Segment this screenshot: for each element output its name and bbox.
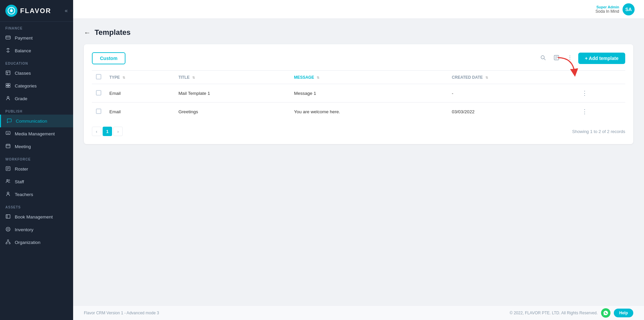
- sidebar-item-meeting[interactable]: Meeting: [0, 140, 73, 153]
- tab-actions: + Add template: [538, 53, 625, 64]
- svg-rect-28: [6, 243, 7, 244]
- row1-date: -: [448, 84, 576, 103]
- add-template-button[interactable]: + Add template: [578, 53, 625, 64]
- tab-bar: Custom + Add template: [92, 52, 625, 64]
- search-button[interactable]: [538, 53, 548, 64]
- sidebar-item-roster-label: Roster: [15, 167, 28, 172]
- row1-type: Email: [105, 84, 174, 103]
- categories-icon: [5, 83, 11, 89]
- sidebar-item-organization[interactable]: Organization: [0, 236, 73, 249]
- svg-rect-9: [6, 86, 8, 87]
- inventory-icon: [5, 227, 11, 233]
- page-header: ← Templates: [84, 28, 633, 37]
- sidebar-item-communication[interactable]: Communication: [0, 115, 73, 127]
- footer-copyright: © 2022, FLAVOR PTE. LTD. All Rights Rese…: [509, 311, 598, 315]
- svg-rect-7: [6, 83, 8, 85]
- header-checkbox[interactable]: [96, 74, 101, 79]
- tab-custom[interactable]: Custom: [92, 52, 125, 64]
- templates-table: TYPE ⇅ TITLE ⇅ MESSAGE ⇅ CREATED DATE: [92, 70, 625, 121]
- pagination-bar: ‹ 1 › Showing 1 to 2 of 2 records: [92, 127, 625, 136]
- svg-point-21: [7, 180, 8, 181]
- svg-point-11: [7, 97, 9, 98]
- page-title: Templates: [95, 28, 130, 37]
- table-row: Email Greetings You are welcome here. 03…: [92, 103, 625, 121]
- sidebar-item-staff[interactable]: Staff: [0, 175, 73, 188]
- sidebar-item-roster[interactable]: Roster: [0, 163, 73, 175]
- table-row: Email Mail Template 1 Message 1 - ⋮: [92, 84, 625, 103]
- app-logo-text: FLAVOR: [20, 7, 51, 15]
- user-role: Super Admin: [595, 5, 619, 9]
- svg-rect-10: [8, 86, 10, 87]
- sort-type-icon[interactable]: ⇅: [122, 76, 125, 79]
- sort-message-icon[interactable]: ⇅: [317, 76, 319, 79]
- sidebar-item-meeting-label: Meeting: [15, 144, 31, 149]
- row1-title: Mail Template 1: [174, 84, 290, 103]
- sidebar-item-media-label: Media Management: [15, 131, 55, 136]
- col-title: TITLE ⇅: [174, 71, 290, 84]
- svg-point-37: [570, 57, 570, 58]
- back-button[interactable]: ←: [84, 29, 91, 37]
- sidebar-item-classes[interactable]: Classes: [0, 67, 73, 79]
- sidebar-item-inventory[interactable]: Inventory: [0, 223, 73, 236]
- svg-rect-4: [6, 71, 10, 75]
- sidebar-item-grade-label: Grade: [15, 96, 28, 101]
- user-profile: Super Admin Soda In Mind SA: [595, 3, 635, 15]
- meeting-icon: [5, 143, 11, 149]
- sort-date-icon[interactable]: ⇅: [485, 76, 488, 79]
- sidebar-item-payment[interactable]: Payment: [0, 31, 73, 44]
- section-label-assets: ASSETS: [0, 201, 73, 210]
- row2-checkbox[interactable]: [96, 109, 101, 114]
- footer-version: Flavor CRM Version 1 - Advanced mode 3: [84, 311, 159, 315]
- sidebar: FLAVOR « FINANCE Payment Balance EDUCATI…: [0, 0, 73, 320]
- sidebar-collapse-btn[interactable]: «: [65, 8, 68, 14]
- row1-menu-button[interactable]: ⋮: [580, 89, 589, 98]
- org-icon: [5, 239, 11, 245]
- teachers-icon: [5, 191, 11, 197]
- sidebar-item-communication-label: Communication: [16, 119, 47, 124]
- sidebar-item-inventory-label: Inventory: [15, 227, 34, 232]
- row1-actions: ⋮: [576, 84, 625, 103]
- svg-rect-2: [6, 36, 10, 39]
- sidebar-item-payment-label: Payment: [15, 36, 33, 41]
- next-page-button[interactable]: ›: [113, 127, 123, 136]
- svg-rect-29: [9, 243, 10, 244]
- sidebar-item-balance-label: Balance: [15, 48, 31, 53]
- more-button[interactable]: [565, 53, 575, 64]
- sidebar-item-classes-label: Classes: [15, 71, 31, 76]
- svg-point-26: [7, 228, 9, 230]
- payment-icon: [5, 35, 11, 41]
- col-checkbox: [92, 71, 105, 84]
- row1-checkbox[interactable]: [96, 90, 101, 95]
- sort-title-icon[interactable]: ⇅: [192, 76, 195, 79]
- user-avatar[interactable]: SA: [623, 3, 635, 15]
- row2-actions: ⋮: [576, 103, 625, 121]
- tabs-left: Custom: [92, 52, 125, 64]
- whatsapp-icon[interactable]: [601, 308, 610, 318]
- sidebar-item-categories-label: Categories: [15, 83, 37, 88]
- section-label-finance: FINANCE: [0, 22, 73, 31]
- row2-checkbox-cell: [92, 103, 105, 121]
- sidebar-item-book-management[interactable]: Book Management: [0, 210, 73, 223]
- row2-menu-button[interactable]: ⋮: [580, 107, 589, 116]
- row2-message: You are welcome here.: [290, 103, 448, 121]
- balance-icon: [5, 48, 11, 54]
- sidebar-item-organization-label: Organization: [15, 240, 41, 245]
- page-1-button[interactable]: 1: [103, 127, 112, 136]
- section-label-publish: PUBLISH: [0, 105, 73, 115]
- grade-icon: [5, 95, 11, 102]
- sidebar-item-grade[interactable]: Grade: [0, 92, 73, 105]
- export-button[interactable]: [551, 53, 561, 64]
- help-button[interactable]: Help: [614, 309, 633, 317]
- sidebar-item-balance[interactable]: Balance: [0, 44, 73, 57]
- prev-page-button[interactable]: ‹: [92, 127, 101, 136]
- sidebar-item-categories[interactable]: Categories: [0, 79, 73, 92]
- col-actions: [576, 71, 625, 84]
- col-message: MESSAGE ⇅: [290, 71, 448, 84]
- svg-line-31: [544, 58, 545, 60]
- sidebar-item-media-management[interactable]: Media Management: [0, 127, 73, 140]
- roster-icon: [5, 166, 11, 172]
- section-label-education: EDUCATION: [0, 57, 73, 67]
- svg-rect-8: [8, 83, 10, 85]
- sidebar-item-teachers[interactable]: Teachers: [0, 188, 73, 201]
- svg-point-25: [6, 227, 10, 231]
